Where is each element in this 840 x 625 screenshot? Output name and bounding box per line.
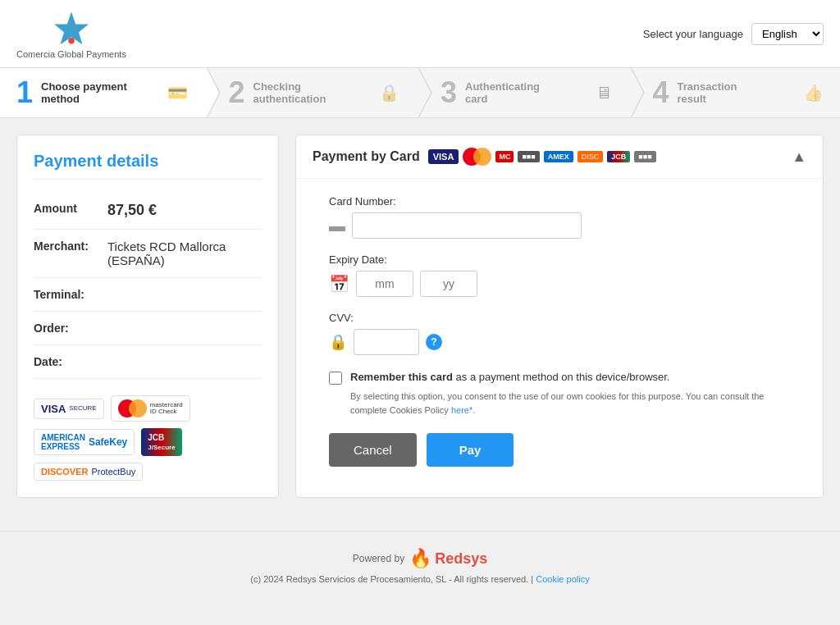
- payment-card-title: Payment by Card: [313, 149, 420, 164]
- card-logo-amex: AMEX: [544, 151, 573, 162]
- step-4-title: Transactionresult: [678, 80, 737, 105]
- step-1: 1 Choose paymentmethod 💳: [0, 68, 204, 117]
- step-3: 3 Authenticatingcard 🖥: [416, 68, 628, 117]
- remember-row: Remember this card as a payment method o…: [329, 370, 790, 385]
- cookie-policy-footer-link[interactable]: Cookie policy: [536, 574, 589, 584]
- step-2: 2 Checkingauthentication 🔒: [204, 68, 417, 117]
- card-logo-other: ■■■: [634, 151, 655, 162]
- language-selector-area: Select your language English Español Fra…: [643, 23, 824, 45]
- step-3-icon: 🖥: [596, 84, 612, 103]
- amex-safekey-badge: AMERICANEXPRESS SafeKey: [34, 429, 135, 455]
- amount-row: Amount 87,50 €: [34, 192, 262, 230]
- language-select[interactable]: English Español Français Deutsch: [751, 23, 824, 45]
- merchant-label: Merchant:: [34, 240, 107, 267]
- step-4: 4 Transactionresult 👍: [628, 68, 841, 117]
- right-panel: Payment by Card VISA MC ■■■ AMEX DISC JC…: [295, 135, 824, 498]
- visa-secure-badge: VISA SECURE: [34, 399, 104, 419]
- logo-text: Comercia Global Payments: [16, 49, 126, 59]
- card-logo-visa: VISA: [428, 149, 459, 164]
- amount-value: 87,50 €: [107, 202, 157, 219]
- remember-rest: as a payment method on this device/brows…: [453, 371, 669, 383]
- remember-text: Remember this card as a payment method o…: [350, 370, 669, 385]
- step-2-icon: 🔒: [379, 83, 399, 103]
- jsecure-text: J/Secure: [148, 444, 175, 451]
- discover-protect-badge: DISCOVER ProtectBuy: [34, 463, 143, 481]
- payment-card-header: Payment by Card VISA MC ■■■ AMEX DISC JC…: [296, 135, 823, 179]
- mastercard-badge: mastercardID Check: [111, 395, 190, 422]
- terminal-label: Terminal:: [34, 288, 107, 301]
- redsys-flame-icon: 🔥: [409, 548, 431, 569]
- mastercard-icon: [118, 399, 147, 417]
- merchant-row: Merchant: Tickets RCD Mallorca (ESPAÑA): [34, 230, 262, 278]
- step-1-title: Choose paymentmethod: [41, 80, 127, 105]
- lang-label: Select your language: [643, 28, 743, 40]
- expiry-label: Expiry Date:: [329, 253, 790, 266]
- discover-text: DISCOVER: [41, 467, 88, 477]
- logo-image: [47, 8, 96, 49]
- payment-details-title: Payment details: [34, 152, 262, 180]
- step-1-text: Choose paymentmethod: [41, 80, 127, 105]
- cancel-button[interactable]: Cancel: [329, 433, 417, 467]
- safekey-text: SafeKey: [89, 436, 127, 448]
- footer: Powered by 🔥 Redsys (c) 2024 Redsys Serv…: [0, 531, 840, 600]
- step-2-text: Checkingauthentication: [253, 80, 326, 105]
- step-2-number: 2: [229, 78, 245, 107]
- expiry-month-input[interactable]: [356, 271, 413, 297]
- pay-button[interactable]: Pay: [427, 433, 514, 467]
- date-row: Date:: [34, 345, 262, 379]
- card-logo-generic2: ■■■: [518, 151, 539, 162]
- remember-bold: Remember this card: [350, 371, 453, 383]
- card-number-row: ▬: [329, 212, 790, 239]
- remember-checkbox[interactable]: [329, 372, 342, 385]
- jcb-badge: JCBJ/Secure: [141, 428, 181, 456]
- left-panel: Payment details Amount 87,50 € Merchant:…: [16, 135, 279, 498]
- redsys-logo: 🔥 Redsys: [409, 548, 487, 569]
- expiry-year-input[interactable]: [420, 271, 477, 297]
- cookie-info-text: By selecting this option, you consent to…: [350, 390, 790, 417]
- amount-label: Amount: [34, 202, 107, 219]
- footer-powered: Powered by 🔥 Redsys: [16, 548, 824, 569]
- calendar-icon: 📅: [329, 274, 349, 294]
- protectbuy-text: ProtectBuy: [91, 467, 135, 477]
- lock-icon: 🔒: [329, 333, 347, 351]
- mc-id-check-text: mastercardID Check: [150, 402, 183, 415]
- step-1-number: 1: [16, 78, 33, 107]
- amex-text: AMERICANEXPRESS: [41, 433, 85, 451]
- collapse-button[interactable]: ▲: [792, 148, 806, 166]
- logo-area: Comercia Global Payments: [16, 8, 126, 59]
- merchant-value: Tickets RCD Mallorca (ESPAÑA): [107, 240, 262, 267]
- expiry-row: 📅: [329, 271, 790, 297]
- card-logos: VISA MC ■■■ AMEX DISC JCB ■■■: [428, 148, 656, 166]
- card-chip-icon: ▬: [329, 217, 345, 235]
- step-3-title: Authenticatingcard: [465, 80, 540, 105]
- card-number-input[interactable]: [352, 212, 582, 239]
- card-logo-discover: DISC: [578, 151, 604, 162]
- date-label: Date:: [34, 355, 107, 368]
- powered-by-text: Powered by: [353, 553, 404, 564]
- step-3-number: 3: [441, 78, 457, 107]
- cvv-input[interactable]: [354, 329, 419, 355]
- header: Comercia Global Payments Select your lan…: [0, 0, 840, 68]
- card-number-group: Card Number: ▬: [329, 195, 790, 239]
- order-row: Order:: [34, 312, 262, 345]
- payment-form: Card Number: ▬ Expiry Date: 📅 CVV:: [296, 179, 823, 483]
- card-number-label: Card Number:: [329, 195, 790, 208]
- security-logos: VISA SECURE mastercardID Check AMERICANE…: [34, 395, 262, 481]
- redsys-brand-text: Redsys: [435, 550, 487, 568]
- step-4-icon: 👍: [803, 83, 824, 103]
- visa-secure-text: SECURE: [69, 405, 96, 412]
- cvv-group: CVV: 🔒 ?: [329, 312, 790, 355]
- cvv-help-icon[interactable]: ?: [426, 334, 442, 350]
- cvv-row: 🔒 ?: [329, 329, 790, 355]
- svg-point-1: [68, 38, 75, 44]
- cookie-policy-link[interactable]: here*.: [451, 405, 475, 415]
- main-content: Payment details Amount 87,50 € Merchant:…: [0, 118, 840, 514]
- order-label: Order:: [34, 322, 107, 335]
- step-2-title: Checkingauthentication: [253, 80, 326, 105]
- visa-text: VISA: [41, 403, 66, 415]
- cvv-label: CVV:: [329, 312, 790, 324]
- step-4-number: 4: [653, 78, 669, 107]
- step-1-icon: 💳: [167, 83, 188, 103]
- expiry-group: Expiry Date: 📅: [329, 253, 790, 297]
- card-logo-generic1: MC: [495, 151, 514, 162]
